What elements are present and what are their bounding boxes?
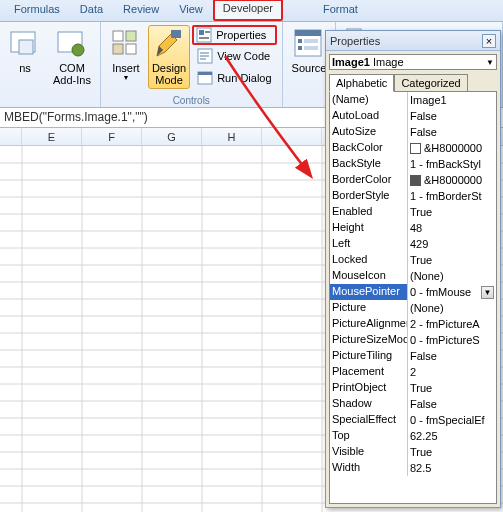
ribbon-tabs: Formulas Data Review View Developer Form… bbox=[0, 0, 503, 22]
prop-value[interactable]: 429 bbox=[408, 236, 496, 252]
controls-group-label: Controls bbox=[101, 95, 282, 106]
prop-row[interactable]: SpecialEffect0 - fmSpecialEf bbox=[330, 412, 496, 428]
prop-row[interactable]: BorderStyle1 - fmBorderSt bbox=[330, 188, 496, 204]
prop-row[interactable]: Top62.25 bbox=[330, 428, 496, 444]
tab-data[interactable]: Data bbox=[70, 0, 113, 21]
prop-name: BorderColor bbox=[330, 172, 408, 188]
prop-value[interactable]: 2 - fmPictureA bbox=[408, 316, 496, 332]
prop-name: BackStyle bbox=[330, 156, 408, 172]
prop-value[interactable]: True bbox=[408, 252, 496, 268]
col-header-f[interactable]: F bbox=[82, 128, 142, 145]
prop-row[interactable]: Left429 bbox=[330, 236, 496, 252]
prop-value[interactable]: False bbox=[408, 124, 496, 140]
prop-value[interactable]: False bbox=[408, 396, 496, 412]
tab-review[interactable]: Review bbox=[113, 0, 169, 21]
prop-value[interactable]: 0 - fmSpecialEf bbox=[408, 412, 496, 428]
source-icon bbox=[293, 28, 325, 60]
prop-name: PictureAlignmen bbox=[330, 316, 408, 332]
design-mode-button[interactable]: Design Mode bbox=[148, 25, 190, 89]
prop-value[interactable]: 0 - fmPictureS bbox=[408, 332, 496, 348]
properties-label: Properties bbox=[216, 29, 266, 41]
prop-value[interactable]: True bbox=[408, 204, 496, 220]
prop-row[interactable]: MouseIcon(None) bbox=[330, 268, 496, 284]
col-header-g[interactable]: G bbox=[142, 128, 202, 145]
prop-row[interactable]: (Name)Image1 bbox=[330, 92, 496, 108]
group-controls: Insert ▼ Design Mode Properties View Cod… bbox=[101, 22, 283, 107]
prop-name: Height bbox=[330, 220, 408, 236]
col-header-next[interactable] bbox=[262, 128, 322, 145]
prop-row[interactable]: EnabledTrue bbox=[330, 204, 496, 220]
prop-row[interactable]: VisibleTrue bbox=[330, 444, 496, 460]
prop-value[interactable]: 62.25 bbox=[408, 428, 496, 444]
prop-row[interactable]: PictureSizeMode0 - fmPictureS bbox=[330, 332, 496, 348]
view-code-icon bbox=[197, 48, 213, 64]
prop-value[interactable]: 1 - fmBorderSt bbox=[408, 188, 496, 204]
view-code-button[interactable]: View Code bbox=[192, 45, 276, 67]
insert-button[interactable]: Insert ▼ bbox=[106, 25, 146, 85]
prop-row[interactable]: BackColor&H8000000 bbox=[330, 140, 496, 156]
prop-value[interactable]: True bbox=[408, 444, 496, 460]
prop-row[interactable]: LockedTrue bbox=[330, 252, 496, 268]
tab-categorized[interactable]: Categorized bbox=[394, 74, 467, 92]
tab-alphabetic[interactable]: Alphabetic bbox=[329, 74, 394, 92]
prop-value[interactable]: &H8000000 bbox=[408, 172, 496, 188]
prop-name: BorderStyle bbox=[330, 188, 408, 204]
prop-row[interactable]: BorderColor&H8000000 bbox=[330, 172, 496, 188]
prop-row[interactable]: BackStyle1 - fmBackStyl bbox=[330, 156, 496, 172]
tab-view[interactable]: View bbox=[169, 0, 213, 21]
svg-rect-6 bbox=[113, 44, 123, 54]
insert-controls-icon bbox=[110, 28, 142, 60]
prop-value[interactable]: 82.5 bbox=[408, 460, 496, 476]
prop-value[interactable]: (None) bbox=[408, 268, 496, 284]
tab-formulas[interactable]: Formulas bbox=[4, 0, 70, 21]
addins-button[interactable]: ns bbox=[5, 25, 45, 77]
com-addins-button[interactable]: COM Add-Ins bbox=[49, 25, 95, 89]
properties-grid[interactable]: (Name)Image1AutoLoadFalseAutoSizeFalseBa… bbox=[329, 91, 497, 504]
prop-row[interactable]: Width82.5 bbox=[330, 460, 496, 476]
svg-rect-26 bbox=[304, 46, 318, 50]
properties-panel: Properties × Image1 Image ▼ Alphabetic C… bbox=[325, 30, 501, 508]
dropdown-icon: ▼ bbox=[122, 74, 129, 82]
prop-value[interactable]: False bbox=[408, 108, 496, 124]
prop-name: PictureTiling bbox=[330, 348, 408, 364]
tab-format[interactable]: Format bbox=[313, 0, 368, 21]
prop-row[interactable]: ShadowFalse bbox=[330, 396, 496, 412]
prop-value[interactable]: 2 bbox=[408, 364, 496, 380]
prop-value[interactable]: 48 bbox=[408, 220, 496, 236]
prop-value[interactable]: 0 - fmMouse▼ bbox=[408, 284, 496, 300]
prop-value[interactable]: (None) bbox=[408, 300, 496, 316]
run-dialog-button[interactable]: Run Dialog bbox=[192, 67, 276, 89]
svg-rect-24 bbox=[304, 39, 318, 43]
svg-marker-12 bbox=[199, 30, 204, 35]
svg-rect-13 bbox=[205, 31, 210, 33]
prop-value[interactable]: False bbox=[408, 348, 496, 364]
prop-name: Left bbox=[330, 236, 408, 252]
group-addins: ns COM Add-Ins bbox=[0, 22, 101, 107]
prop-row[interactable]: Picture(None) bbox=[330, 300, 496, 316]
dropdown-icon[interactable]: ▼ bbox=[481, 286, 494, 299]
prop-value[interactable]: True bbox=[408, 380, 496, 396]
addin-icon bbox=[9, 28, 41, 60]
tab-developer[interactable]: Developer bbox=[213, 0, 283, 21]
prop-row[interactable]: Height48 bbox=[330, 220, 496, 236]
properties-button[interactable]: Properties bbox=[192, 25, 276, 45]
object-selector[interactable]: Image1 Image ▼ bbox=[329, 54, 497, 70]
prop-row[interactable]: PictureAlignmen2 - fmPictureA bbox=[330, 316, 496, 332]
prop-row[interactable]: PrintObjectTrue bbox=[330, 380, 496, 396]
close-icon[interactable]: × bbox=[482, 34, 496, 48]
prop-row[interactable]: AutoSizeFalse bbox=[330, 124, 496, 140]
svg-rect-22 bbox=[295, 30, 321, 36]
prop-row[interactable]: AutoLoadFalse bbox=[330, 108, 496, 124]
prop-row[interactable]: PictureTilingFalse bbox=[330, 348, 496, 364]
prop-value[interactable]: Image1 bbox=[408, 92, 496, 108]
col-header-e[interactable]: E bbox=[22, 128, 82, 145]
prop-name: Placement bbox=[330, 364, 408, 380]
prop-value[interactable]: &H8000000 bbox=[408, 140, 496, 156]
properties-title-bar[interactable]: Properties × bbox=[326, 31, 500, 51]
col-header-h[interactable]: H bbox=[202, 128, 262, 145]
svg-rect-25 bbox=[298, 46, 302, 50]
svg-rect-5 bbox=[126, 31, 136, 41]
prop-row[interactable]: Placement2 bbox=[330, 364, 496, 380]
prop-row[interactable]: MousePointer0 - fmMouse▼ bbox=[330, 284, 496, 300]
prop-value[interactable]: 1 - fmBackStyl bbox=[408, 156, 496, 172]
